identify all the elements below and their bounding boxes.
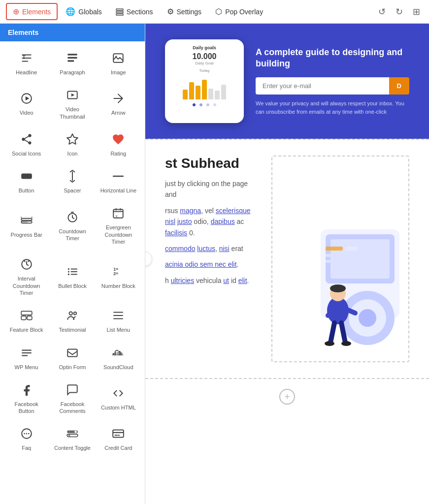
element-bullet-block[interactable]: Bullet Block bbox=[50, 252, 95, 302]
element-interval-countdown[interactable]: Interval Countdown Timer bbox=[4, 252, 49, 302]
svg-marker-12 bbox=[71, 94, 75, 97]
phone-sub: Daily Goal bbox=[196, 61, 214, 65]
element-social-icons[interactable]: Social Icons bbox=[4, 126, 49, 162]
element-paragraph[interactable]: Paragraph bbox=[50, 45, 95, 81]
nav-right-controls: ↺ ↻ ⊞ bbox=[375, 3, 423, 20]
arrow-icon bbox=[112, 92, 125, 107]
svg-rect-35 bbox=[21, 312, 32, 315]
content-desc-3: commodo luctus, nisi erat bbox=[165, 243, 260, 254]
hero-email-row: D bbox=[256, 77, 409, 94]
plus-icon: ⊕ bbox=[13, 7, 19, 16]
element-testimonial[interactable]: Testimonial bbox=[50, 303, 95, 339]
element-arrow[interactable]: Arrow bbox=[96, 82, 141, 126]
credit-card-icon bbox=[112, 427, 125, 442]
redo-button[interactable]: ↻ bbox=[393, 3, 406, 20]
globe-icon: 🌐 bbox=[66, 7, 75, 16]
svg-point-38 bbox=[69, 312, 72, 315]
nav-pop-overlay[interactable]: ⬡ Pop Overlay bbox=[209, 4, 269, 19]
hero-email-button[interactable]: D bbox=[389, 77, 409, 94]
hero-text-area: A complete guide to designing and buildi… bbox=[256, 47, 409, 116]
element-icon[interactable]: Icon bbox=[50, 126, 95, 162]
canvas-area[interactable]: Daily goals 10.000 Daily Goal Today bbox=[145, 24, 429, 504]
svg-rect-77 bbox=[326, 254, 350, 257]
hero-privacy: We value your privacy and will always re… bbox=[256, 99, 409, 116]
element-button[interactable]: Button bbox=[4, 163, 49, 199]
phone-today: Today bbox=[199, 68, 209, 73]
content-section: st Subhead just by clicking on the page … bbox=[145, 140, 429, 378]
content-desc-2: rsus magna, vel scelerisque nisl justo o… bbox=[165, 205, 260, 238]
svg-rect-2 bbox=[116, 14, 123, 15]
content-toggle-icon bbox=[66, 427, 79, 442]
svg-point-27 bbox=[68, 268, 69, 270]
undo-button[interactable]: ↺ bbox=[375, 3, 389, 20]
svg-marker-10 bbox=[25, 96, 29, 101]
element-rating[interactable]: Rating bbox=[96, 126, 141, 162]
hero-email-input[interactable] bbox=[256, 77, 389, 94]
element-video[interactable]: Video bbox=[4, 82, 49, 126]
element-optin-form[interactable]: Optin Form bbox=[50, 340, 95, 376]
wp-menu-icon bbox=[20, 346, 33, 361]
phone-mockup: Daily goals 10.000 Daily Goal Today bbox=[165, 39, 244, 123]
element-soundcloud[interactable]: SoundCloud bbox=[96, 340, 141, 376]
element-content-toggle[interactable]: Content Toggle bbox=[50, 421, 95, 457]
nav-elements[interactable]: ⊕ Elements bbox=[6, 3, 58, 20]
element-evergreen-countdown[interactable]: X Evergreen Countdown Timer bbox=[96, 200, 141, 251]
element-number-block[interactable]: 1= 2= Number Block bbox=[96, 252, 141, 302]
soundcloud-icon bbox=[112, 346, 125, 361]
svg-point-50 bbox=[26, 433, 27, 435]
element-video-thumbnail[interactable]: Video Thumbnail bbox=[50, 82, 95, 126]
hero-section: Daily goals 10.000 Daily Goal Today bbox=[145, 24, 429, 139]
svg-point-8 bbox=[115, 56, 117, 57]
svg-line-71 bbox=[330, 323, 334, 343]
video-icon bbox=[20, 92, 33, 107]
svg-text:2=: 2= bbox=[114, 271, 119, 276]
bullet-block-icon bbox=[66, 265, 79, 280]
element-faq[interactable]: Faq bbox=[4, 421, 49, 457]
content-left: st Subhead just by clicking on the page … bbox=[165, 156, 260, 362]
phone-title: Daily goals bbox=[193, 45, 216, 50]
svg-rect-4 bbox=[67, 54, 77, 55]
element-credit-card[interactable]: Credit Card bbox=[96, 421, 141, 457]
number-block-icon: 1= 2= bbox=[112, 265, 125, 280]
element-facebook-comments[interactable]: Facebook Comments bbox=[50, 377, 95, 420]
add-section-area[interactable]: + bbox=[145, 379, 429, 414]
svg-rect-0 bbox=[116, 9, 123, 10]
svg-rect-21 bbox=[21, 221, 28, 223]
gear-icon: ⚙ bbox=[167, 7, 174, 16]
nav-sections[interactable]: Sections bbox=[110, 5, 159, 19]
spacer-icon bbox=[66, 170, 79, 185]
svg-point-74 bbox=[341, 341, 351, 346]
element-spacer[interactable]: Spacer bbox=[50, 163, 95, 199]
canvas-content: Daily goals 10.000 Daily Goal Today bbox=[145, 24, 429, 504]
image-icon bbox=[112, 52, 125, 66]
svg-point-49 bbox=[24, 433, 25, 435]
element-wp-menu[interactable]: WP Menu bbox=[4, 340, 49, 376]
illustration-svg bbox=[281, 220, 404, 357]
elements-grid: T Headline Paragraph Image bbox=[0, 41, 145, 461]
svg-point-29 bbox=[68, 271, 69, 272]
element-progress-bar[interactable]: Progress Bar bbox=[4, 200, 49, 251]
add-section-button[interactable]: + bbox=[279, 389, 295, 405]
nav-settings[interactable]: ⚙ Settings bbox=[161, 4, 208, 19]
element-countdown-timer[interactable]: Countdown Timer bbox=[50, 200, 95, 251]
element-list-menu[interactable]: List Menu bbox=[96, 303, 141, 339]
element-horizontal-line[interactable]: Horizontal Line bbox=[96, 163, 141, 199]
svg-marker-13 bbox=[67, 134, 78, 144]
facebook-comments-icon bbox=[66, 383, 79, 398]
interval-countdown-icon bbox=[20, 258, 33, 273]
element-headline[interactable]: T Headline bbox=[4, 45, 49, 81]
svg-rect-14 bbox=[21, 174, 32, 179]
element-facebook-button[interactable]: Facebook Button bbox=[4, 377, 49, 420]
element-image[interactable]: Image bbox=[96, 45, 141, 81]
element-feature-block[interactable]: Feature Block bbox=[4, 303, 49, 339]
chart-bars bbox=[183, 75, 226, 99]
element-custom-html[interactable]: Custom HTML bbox=[96, 377, 141, 420]
preview-button[interactable]: ⊞ bbox=[410, 3, 423, 20]
content-section-wrapper: ‹ st Subhead just by clicking on the pag… bbox=[145, 140, 429, 378]
phone-stat: 10.000 bbox=[193, 52, 217, 61]
button-icon bbox=[20, 170, 33, 185]
nav-globals[interactable]: 🌐 Globals bbox=[60, 4, 107, 19]
main-layout: Elements T Headline Paragraph Image bbox=[0, 24, 429, 504]
svg-point-68 bbox=[330, 284, 346, 292]
svg-rect-23 bbox=[114, 210, 124, 218]
